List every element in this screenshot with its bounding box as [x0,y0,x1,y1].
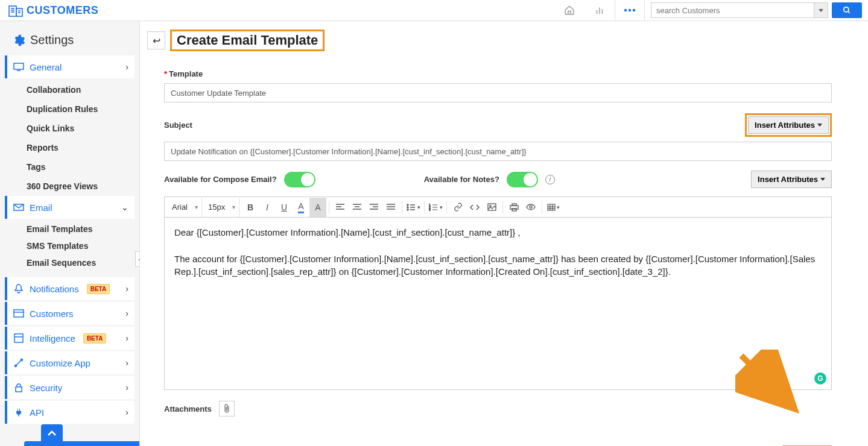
bullet-list-button[interactable]: ▾ [405,198,422,217]
svg-point-10 [624,9,627,11]
text-color-button[interactable]: A [293,198,309,217]
template-input[interactable] [164,83,832,102]
avail-notes-label: Available for Notes? [424,175,499,184]
search-dropdown[interactable] [814,2,828,18]
bell-icon [13,283,24,294]
align-right-button[interactable] [366,198,382,217]
sidebar-sub-quicklinks[interactable]: Quick Links [0,119,139,138]
subject-label: Subject [164,121,192,130]
scroll-top-button[interactable] [41,424,63,441]
svg-rect-0 [9,6,16,16]
info-icon[interactable]: i [545,175,555,184]
sidebar-item-customize[interactable]: Customize App › [5,351,135,374]
brand[interactable]: CUSTOMERS [8,4,98,17]
svg-point-11 [629,9,631,11]
number-list-button[interactable]: 123▾ [427,198,444,217]
editor-toolbar: Arial 15px B I U A A ▾ 123▾ [165,197,831,218]
attachments-label: Attachments [164,404,212,413]
bg-color-button[interactable]: A [309,198,326,217]
tools-icon [13,357,24,368]
avail-notes-toggle[interactable] [507,172,538,187]
sidebar-sub-sms-templates[interactable]: SMS Templates [0,237,139,254]
sidebar-sub-collaboration[interactable]: Collaboration [0,80,139,99]
avail-compose-toggle[interactable] [284,172,315,187]
search-wrap [651,2,862,18]
svg-rect-18 [14,310,24,317]
chevron-right-icon: › [125,309,128,318]
font-size-select[interactable]: 15px [204,198,236,217]
italic-button[interactable]: I [259,198,276,217]
sidebar-collapse-handle[interactable]: ‹ [135,251,140,267]
sidebar-sub-tags[interactable]: Tags [0,157,139,177]
monitor-icon [13,61,24,72]
align-left-button[interactable] [332,198,349,217]
topbar-actions [554,0,862,20]
sidebar-item-email[interactable]: Email ⌄ [5,196,135,219]
attach-button[interactable] [219,401,235,416]
search-button[interactable] [832,2,862,18]
home-icon[interactable] [554,0,584,20]
align-center-button[interactable] [349,198,366,217]
svg-rect-50 [488,204,496,210]
svg-text:3: 3 [429,208,431,211]
sidebar-item-intelligence[interactable]: Intelligence BETA › [5,327,135,350]
editor-body[interactable]: Dear {[Customer].[Customer Information].… [165,218,831,389]
plug-icon [13,407,24,418]
rich-text-editor: Arial 15px B I U A A ▾ 123▾ [164,196,832,390]
image-button[interactable] [483,198,500,217]
svg-rect-24 [16,387,22,392]
template-label: *Template [164,69,832,78]
subject-input[interactable] [164,142,832,161]
search-input[interactable] [651,2,814,18]
svg-point-12 [633,9,635,11]
table-button[interactable]: ▾ [545,198,562,217]
intelligence-icon [13,333,24,344]
preview-button[interactable] [522,198,539,217]
sidebar-sub-email-sequences[interactable]: Email Sequences [0,254,139,271]
page-title: Create Email Template [170,30,325,51]
chevron-right-icon: › [125,358,128,368]
chart-icon[interactable] [584,0,615,20]
bottom-bar [24,441,140,446]
sidebar-item-customers[interactable]: Customers › [5,302,135,325]
sidebar-item-notifications[interactable]: Notifications BETA › [5,277,135,300]
link-button[interactable] [449,198,466,217]
underline-button[interactable]: U [276,198,293,217]
sidebar-item-general[interactable]: General › [5,55,135,78]
print-button[interactable] [505,198,522,217]
brand-icon [8,4,23,17]
align-justify-button[interactable] [382,198,399,217]
beta-badge: BETA [83,333,106,344]
svg-point-13 [844,7,849,12]
brand-label: CUSTOMERS [27,4,98,17]
svg-point-42 [407,209,408,210]
chevron-right-icon: › [125,62,128,72]
grammarly-icon[interactable]: G [814,372,826,385]
sidebar-sub-360[interactable]: 360 Degree Views [0,177,139,196]
sidebar-item-security[interactable]: Security › [5,376,135,399]
insert-attributes-button-subject[interactable]: Insert Attributes [748,116,829,134]
bold-button[interactable]: B [242,198,259,217]
sidebar-sub-email-templates[interactable]: Email Templates [0,221,139,237]
sidebar: Settings General › Collaboration Duplica… [0,21,140,446]
top-bar: CUSTOMERS [0,0,868,21]
code-button[interactable] [466,198,483,217]
insert-attributes-button-body[interactable]: Insert Attributes [751,171,832,188]
chevron-right-icon: › [125,333,128,343]
more-icon[interactable] [615,0,645,20]
main-content: ↩ Create Email Template *Template Subjec… [140,21,868,446]
back-button[interactable]: ↩ [147,31,165,49]
gear-icon [12,34,25,47]
svg-rect-20 [14,334,23,342]
sidebar-sub-duplication[interactable]: Duplication Rules [0,99,139,119]
chevron-right-icon: › [125,407,128,417]
mail-icon [13,202,24,213]
beta-badge: BETA [87,284,110,294]
settings-title: Settings [0,27,139,55]
font-family-select[interactable]: Arial [168,198,199,217]
sidebar-sub-reports[interactable]: Reports [0,138,139,157]
sidebar-item-api[interactable]: API › [5,401,135,424]
svg-rect-15 [14,63,24,69]
svg-point-40 [407,207,408,208]
lock-icon [13,382,24,393]
